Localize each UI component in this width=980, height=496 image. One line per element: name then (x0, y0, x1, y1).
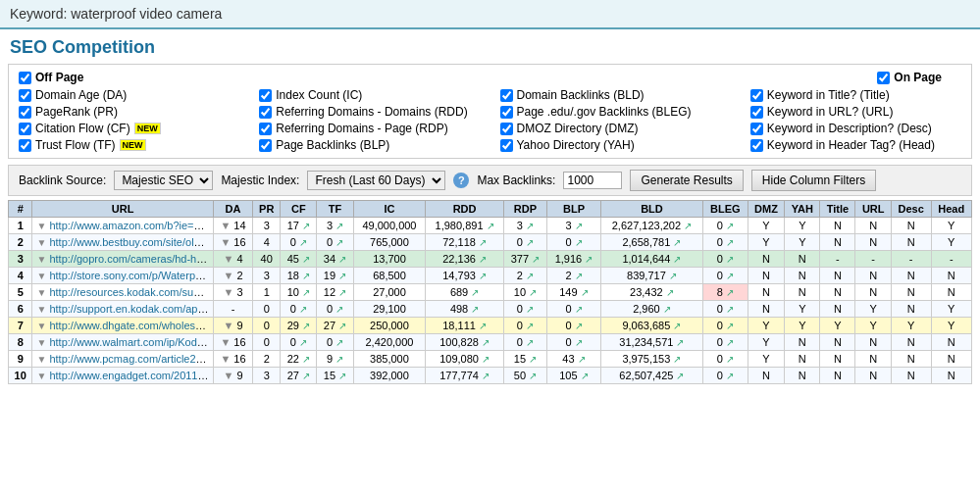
url-cell[interactable]: ▼ http://www.pcmag.com/article2/0,28 (32, 351, 213, 368)
table-cell: N (748, 268, 785, 284)
table-cell: 49,000,000 (353, 218, 426, 234)
url-cell[interactable]: ▼ http://www.walmart.com/ip/Kodak-Pl (32, 334, 213, 351)
backlink-source-select[interactable]: Majestic SEO (114, 171, 213, 190)
filter-blp[interactable]: Page Backlinks (BLP) (259, 138, 470, 152)
table-cell: 0 ↗ (317, 334, 353, 351)
url-cell[interactable]: ▼ http://support.en.kodak.com/app/ans (32, 301, 213, 318)
table-cell: 1,916 ↗ (547, 251, 601, 268)
url-cell[interactable]: ▼ http://store.sony.com/p/Waterproof-S (32, 268, 213, 284)
table-cell: N (785, 351, 820, 368)
table-cell: N (855, 284, 891, 301)
filter-bld[interactable]: Domain Backlinks (BLD) (500, 88, 711, 102)
majestic-index-select[interactable]: Fresh (Last 60 Days) Historic (307, 171, 445, 190)
table-cell: 3 (253, 268, 281, 284)
table-row: 10▼ http://www.engadget.com/2011/08/1▼ 9… (9, 368, 972, 384)
on-page-header[interactable]: On Page (877, 71, 942, 84)
col-header-head: Head (931, 201, 971, 218)
max-backlinks-input[interactable] (563, 172, 622, 189)
table-header-row: # URL DA PR CF TF IC RDD RDP BLP BLD BLE… (9, 201, 972, 218)
off-page-label: Off Page (35, 71, 83, 84)
filter-ic[interactable]: Index Count (IC) (259, 88, 470, 102)
url-cell[interactable]: ▼ http://www.amazon.com/b?ie=UTF8 (32, 218, 213, 234)
max-backlinks-label: Max Backlinks: (477, 174, 555, 187)
filter-cf[interactable]: Citation Flow (CF) NEW (19, 122, 230, 135)
table-cell: N (855, 218, 891, 234)
table-cell: Y (931, 218, 971, 234)
url-link[interactable]: http://store.sony.com/p/Waterproof-S (49, 270, 213, 281)
url-cell[interactable]: ▼ http://resources.kodak.com/support/ (32, 284, 213, 301)
table-cell: N (891, 334, 931, 351)
table-cell: 31,234,571 ↗ (600, 334, 702, 351)
table-cell: ▼ 9 (213, 368, 253, 384)
table-cell: 29 ↗ (281, 318, 317, 334)
table-cell: 10 (9, 368, 32, 384)
table-cell: 19 ↗ (317, 268, 353, 284)
col-header-da: DA (213, 201, 253, 218)
table-row: 8▼ http://www.walmart.com/ip/Kodak-Pl▼ 1… (9, 334, 972, 351)
table-cell: 0 (253, 334, 281, 351)
url-cell[interactable]: ▼ http://gopro.com/cameras/hd-hero-n (32, 251, 213, 268)
keyword-title: Keyword: waterproof video camera (10, 6, 222, 22)
table-cell: - (213, 301, 253, 318)
url-cell[interactable]: ▼ http://www.engadget.com/2011/08/1 (32, 368, 213, 384)
url-link[interactable]: http://www.engadget.com/2011/08/1 (49, 370, 213, 381)
table-cell: 177,774 ↗ (426, 368, 503, 384)
off-page-checkbox[interactable] (19, 72, 31, 84)
table-cell: 3 ↗ (503, 218, 546, 234)
table-cell: N (855, 334, 891, 351)
table-cell: Y (891, 318, 931, 334)
table-cell: 10 ↗ (281, 284, 317, 301)
url-link[interactable]: http://www.pcmag.com/article2/0,28 (49, 353, 213, 365)
filter-desc[interactable]: Keyword in Description? (Desc) (750, 122, 961, 135)
table-cell: N (820, 234, 855, 251)
filter-col-3: Domain Backlinks (BLD) Page .edu/.gov Ba… (471, 88, 711, 152)
toolbar: Backlink Source: Majestic SEO Majestic I… (8, 165, 972, 196)
table-cell: 0 ↗ (281, 301, 317, 318)
url-cell[interactable]: ▼ http://www.dhgate.com/wholesale/w (32, 318, 213, 334)
hide-column-filters-button[interactable]: Hide Column Filters (751, 170, 876, 191)
filter-dmz[interactable]: DMOZ Directory (DMZ) (500, 122, 711, 135)
off-page-header[interactable]: Off Page (19, 71, 83, 84)
filter-rdd[interactable]: Referring Domains - Domains (RDD) (259, 105, 470, 119)
filter-pr[interactable]: PageRank (PR) (19, 105, 230, 119)
help-button[interactable]: ? (453, 173, 469, 188)
filter-bleg[interactable]: Page .edu/.gov Backlinks (BLEG) (500, 105, 711, 119)
filter-head[interactable]: Keyword in Header Tag? (Head) (750, 138, 961, 152)
table-cell: 9 (9, 351, 32, 368)
url-link[interactable]: http://resources.kodak.com/support/ (49, 286, 213, 298)
col-header-ic: IC (353, 201, 426, 218)
table-cell: 0 ↗ (702, 334, 748, 351)
table-cell: 0 (253, 301, 281, 318)
backlink-source-label: Backlink Source: (19, 174, 106, 187)
filter-tf[interactable]: Trust Flow (TF) NEW (19, 138, 230, 152)
url-link[interactable]: http://gopro.com/cameras/hd-hero-n (49, 253, 213, 265)
table-cell: N (855, 351, 891, 368)
url-link[interactable]: http://www.bestbuy.com/site/olstemp (49, 236, 213, 248)
url-link[interactable]: http://www.walmart.com/ip/Kodak-Pl (49, 336, 213, 348)
table-row: 6▼ http://support.en.kodak.com/app/ans-0… (9, 301, 972, 318)
col-header-title: Title (820, 201, 855, 218)
table-row: 5▼ http://resources.kodak.com/support/▼ … (9, 284, 972, 301)
url-link[interactable]: http://www.dhgate.com/wholesale/w (49, 320, 213, 331)
table-cell: 0 ↗ (503, 301, 546, 318)
filters-container: Off Page On Page Domain Age (DA) PageRan… (8, 64, 972, 159)
url-cell[interactable]: ▼ http://www.bestbuy.com/site/olstemp (32, 234, 213, 251)
url-link[interactable]: http://support.en.kodak.com/app/ans (49, 303, 213, 315)
table-row: 7▼ http://www.dhgate.com/wholesale/w▼ 90… (9, 318, 972, 334)
table-cell: 9,063,685 ↗ (600, 318, 702, 334)
table-cell: 2 ↗ (547, 268, 601, 284)
filter-rdp[interactable]: Referring Domains - Page (RDP) (259, 122, 470, 135)
table-cell: N (931, 284, 971, 301)
table-cell: ▼ 16 (213, 234, 253, 251)
on-page-checkbox[interactable] (877, 72, 890, 84)
col-header-url: URL (32, 201, 213, 218)
filter-title[interactable]: Keyword in Title? (Title) (750, 88, 961, 102)
table-cell: 17 ↗ (281, 218, 317, 234)
generate-results-button[interactable]: Generate Results (630, 170, 743, 191)
filter-da[interactable]: Domain Age (DA) (19, 88, 230, 102)
filter-url[interactable]: Keyword in URL? (URL) (750, 105, 961, 119)
filter-yah[interactable]: Yahoo Directory (YAH) (500, 138, 711, 152)
url-link[interactable]: http://www.amazon.com/b?ie=UTF8 (49, 220, 213, 231)
table-cell: 3 (9, 251, 32, 268)
table-cell: N (820, 368, 855, 384)
